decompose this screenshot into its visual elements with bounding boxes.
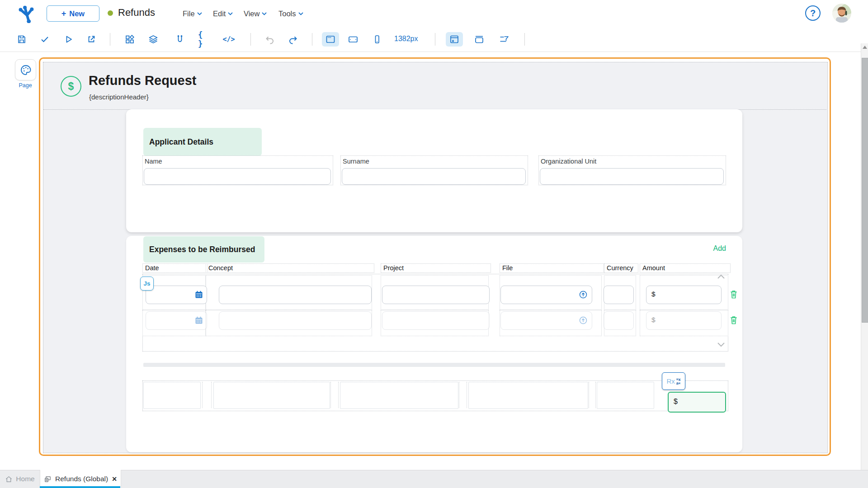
delete-row1-icon[interactable] (729, 289, 738, 300)
form-subtitle[interactable]: {descriptionHeader} (89, 93, 149, 101)
avatar[interactable] (832, 4, 851, 23)
form-dollar-icon: $ (61, 76, 81, 97)
currency-input-row1[interactable] (604, 286, 634, 304)
amount-prefix: $ (651, 316, 656, 324)
close-tab-icon[interactable]: ✕ (112, 475, 117, 483)
chevron-down-icon (262, 12, 267, 15)
project-input-row1[interactable] (382, 286, 490, 304)
name-input[interactable] (144, 168, 331, 185)
currency-input-row2[interactable] (604, 311, 634, 330)
layers-icon[interactable] (147, 33, 159, 45)
bottom-tab-bar (0, 470, 868, 488)
tab-home[interactable]: Home (0, 470, 40, 488)
add-row-link[interactable]: Add (703, 244, 726, 253)
column-header-currency[interactable]: Currency (604, 263, 638, 273)
chevron-down-icon (228, 12, 233, 15)
run-icon[interactable] (62, 33, 74, 45)
toolbar-divider (524, 33, 525, 46)
tab-refunds-global[interactable]: Refunds (Global) ✕ (40, 470, 121, 488)
total-input[interactable]: $ (668, 392, 726, 413)
brand-logo-icon[interactable] (16, 4, 35, 23)
footer-cell[interactable] (340, 382, 458, 409)
js-event-badge[interactable]: Js (140, 277, 154, 291)
column-header-file[interactable]: File (500, 263, 604, 273)
date-input-row2[interactable] (146, 311, 207, 330)
field-group-surname[interactable]: Surname (340, 155, 528, 185)
formula-glyph-icon: =x a« (676, 378, 681, 385)
grid-scroll-up-icon[interactable] (717, 274, 725, 279)
applicant-section-title[interactable]: Applicant Details (143, 128, 262, 156)
surname-input[interactable] (342, 168, 526, 185)
concept-input-row2[interactable] (219, 311, 372, 330)
home-icon (5, 475, 13, 483)
flow-icon[interactable] (174, 33, 186, 45)
field-label: Organizational Unit (541, 158, 596, 165)
components-icon[interactable] (124, 33, 136, 45)
canvas-width-value[interactable]: 1382px (394, 35, 418, 43)
redo-icon[interactable] (287, 33, 299, 45)
toolbar-divider (312, 33, 312, 46)
section-separator (143, 363, 725, 367)
toolbar-divider (250, 33, 251, 46)
calendar-icon (195, 316, 203, 324)
menu-edit[interactable]: Edit (213, 8, 233, 19)
menu-view[interactable]: View (244, 8, 267, 19)
window-sections-icon[interactable] (448, 33, 460, 45)
phone-view-icon[interactable] (371, 33, 383, 45)
amount-input-row2[interactable]: $ (646, 311, 722, 330)
page-toolbox-label: Page (11, 82, 40, 89)
browser-frame-icon[interactable] (473, 33, 485, 45)
total-prefix: $ (674, 398, 678, 406)
braces-icon[interactable]: { } (198, 33, 210, 45)
chevron-down-icon (197, 12, 202, 15)
desktop-view-icon[interactable] (325, 33, 336, 45)
field-group-organizational-unit[interactable]: Organizational Unit (538, 155, 726, 185)
export-icon[interactable] (85, 33, 97, 45)
app-window: + New Refunds File Edit View Tools ? (0, 0, 868, 488)
delete-row2-icon[interactable] (729, 315, 738, 326)
code-icon[interactable]: </> (223, 33, 235, 45)
scrollbar-up-arrow[interactable] (863, 46, 867, 49)
footer-cell[interactable] (468, 382, 588, 409)
footer-cell[interactable] (143, 382, 201, 409)
palette-icon (20, 64, 32, 76)
app-title: Refunds (118, 7, 155, 19)
plus-icon: + (61, 9, 66, 19)
help-icon[interactable]: ? (805, 5, 821, 21)
toolbar-divider (110, 33, 110, 46)
menu-file[interactable]: File (183, 8, 202, 19)
footer-cell[interactable] (597, 382, 654, 409)
scrollbar-thumb[interactable] (862, 58, 868, 323)
menu-tools[interactable]: Tools (278, 8, 303, 19)
new-button-label: New (69, 9, 85, 18)
field-label: Name (145, 158, 162, 165)
form-title[interactable]: Refunds Request (89, 73, 196, 88)
amount-input-row1[interactable]: $ (646, 286, 722, 304)
concept-input-row1[interactable] (219, 286, 372, 304)
column-header-amount[interactable]: Amount (640, 263, 731, 273)
column-header-date[interactable]: Date (142, 263, 208, 273)
toolbar-divider (435, 33, 435, 46)
field-group-name[interactable]: Name (142, 155, 333, 185)
new-button[interactable]: + New (47, 5, 99, 22)
project-input-row2[interactable] (382, 311, 490, 330)
filter-rules-icon[interactable] (498, 33, 510, 45)
organizational-unit-input[interactable] (540, 168, 724, 185)
file-input-row1[interactable] (500, 286, 592, 304)
rx-formula-badge[interactable]: Rx =x a« (662, 372, 685, 390)
undo-icon[interactable] (264, 33, 276, 45)
date-input-row1[interactable] (146, 286, 207, 304)
grid-scroll-down-icon[interactable] (717, 342, 725, 347)
expenses-section-title[interactable]: Expenses to be Reimbursed (143, 236, 264, 263)
save-icon[interactable] (16, 33, 28, 45)
column-header-concept[interactable]: Concept (206, 263, 374, 273)
file-input-row2[interactable] (500, 311, 592, 330)
check-icon[interactable] (39, 33, 51, 45)
footer-cell[interactable] (213, 382, 330, 409)
status-dot (108, 10, 113, 16)
upload-icon (579, 316, 588, 325)
active-tab-indicator (40, 486, 120, 488)
page-toolbox-button[interactable] (15, 59, 36, 80)
tablet-view-icon[interactable] (347, 33, 359, 45)
column-header-project[interactable]: Project (381, 263, 491, 273)
